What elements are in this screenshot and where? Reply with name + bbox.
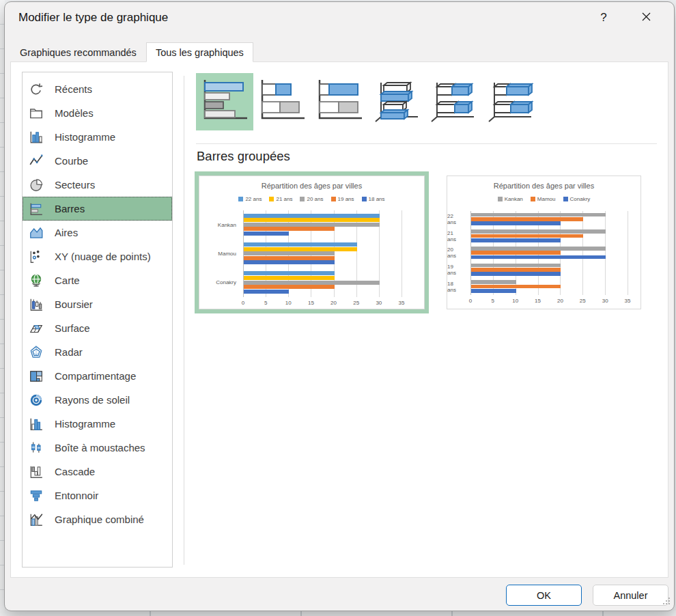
sidebar-item-area[interactable]: Aires: [23, 221, 172, 244]
combo-icon: [28, 512, 44, 528]
category-label: Conakry: [201, 268, 240, 297]
subtype-barres-empilees-100-3d-button[interactable]: [483, 73, 540, 130]
sidebar-item-waterfall[interactable]: Cascade: [23, 460, 172, 484]
bar: [471, 280, 516, 284]
ok-button[interactable]: OK: [506, 585, 582, 606]
x-tick-label: 25: [575, 298, 590, 304]
chart-card: Répartition des âges par villesKankanMam…: [447, 176, 640, 309]
bar: [244, 247, 357, 251]
sidebar-item-label: Entonnoir: [55, 490, 98, 501]
legend-label: Mamou: [537, 196, 556, 202]
legend-swatch: [362, 197, 367, 201]
bar: [244, 227, 335, 231]
sidebar-item-stock[interactable]: Boursier: [23, 292, 172, 316]
gridline: [628, 211, 628, 295]
sidebar-item-combo[interactable]: Graphique combiné: [23, 507, 172, 531]
sidebar-item-scatter[interactable]: XY (nuage de points): [23, 244, 172, 268]
subtype-barres-empilees-100-button[interactable]: [311, 73, 368, 130]
category-label: 20 ans: [447, 244, 468, 262]
bar: [244, 260, 335, 264]
legend-item: 19 ans: [331, 196, 354, 202]
sidebar-item-funnel[interactable]: Entonnoir: [23, 484, 172, 507]
chart-preview-alternate[interactable]: Répartition des âges par villesKankanMam…: [447, 176, 641, 309]
sidebar-item-boxwhisker[interactable]: Boîte à moustaches: [23, 436, 172, 460]
sidebar-item-column[interactable]: Histogramme: [23, 125, 172, 149]
treemap-icon: [28, 368, 44, 384]
sidebar-item-templates[interactable]: Modèles: [23, 101, 172, 125]
sidebar-item-line[interactable]: Courbe: [23, 149, 172, 173]
sidebar-item-label: Carte: [55, 275, 80, 286]
close-button[interactable]: [634, 8, 658, 28]
sidebar-item-radar[interactable]: Radar: [23, 340, 172, 364]
radar-icon: [28, 344, 44, 361]
bar-icon: [28, 201, 44, 217]
bar: [471, 221, 561, 225]
legend-item: Kankan: [498, 196, 523, 202]
sidebar-item-recent[interactable]: Récents: [23, 77, 172, 101]
legend-item: 18 ans: [362, 196, 385, 202]
category-label: Mamou: [201, 239, 240, 268]
sidebar-item-label: Modèles: [55, 107, 94, 119]
subtype-barres-empilees-button[interactable]: [253, 73, 311, 130]
x-tick-label: 20: [326, 300, 341, 306]
category-label: 21 ans: [447, 228, 468, 245]
x-tick-label: 30: [371, 300, 386, 306]
legend-label: 19 ans: [338, 196, 354, 202]
category-label: 19 ans: [447, 262, 468, 279]
subtype-barres-groupees-button[interactable]: [196, 73, 253, 130]
sidebar-item-label: Radar: [55, 346, 83, 358]
bar: [471, 255, 606, 260]
bar: [244, 232, 289, 236]
bar: [471, 285, 561, 289]
bar: [244, 256, 335, 260]
line-icon: [28, 153, 44, 169]
bar: [471, 213, 606, 217]
help-button[interactable]: ?: [592, 8, 615, 28]
horizontal-separator: [196, 143, 657, 144]
sidebar-item-surface[interactable]: Surface: [23, 316, 172, 340]
bar: [471, 234, 583, 238]
legend-swatch: [300, 197, 305, 201]
stock-icon: [28, 296, 44, 313]
waterfall-icon: [28, 464, 44, 480]
chart-legend: 22 ans21 ans20 ans19 ans18 ans: [199, 196, 424, 202]
cancel-button[interactable]: Annuler: [593, 585, 668, 606]
barres-empilees-100-icon: [314, 79, 365, 126]
sidebar-item-sunburst[interactable]: Rayons de soleil: [23, 388, 172, 412]
resize-grip-icon[interactable]: [662, 596, 671, 608]
barres-groupees-3d-icon: [371, 79, 422, 126]
x-tick-label: 10: [281, 300, 296, 306]
sidebar-item-histogram[interactable]: Histogramme: [23, 412, 172, 436]
x-tick-label: 5: [258, 300, 273, 306]
chart-preview-selected[interactable]: Répartition des âges par villes22 ans21 …: [195, 171, 429, 313]
legend-swatch: [269, 197, 274, 201]
sidebar-item-bar[interactable]: Barres: [23, 197, 172, 221]
vertical-divider: [184, 76, 184, 565]
x-tick-label: 15: [303, 300, 318, 306]
x-tick-label: 25: [349, 300, 364, 306]
chart-card: Répartition des âges par villes22 ans21 …: [199, 176, 425, 309]
tab-tous-les-graphiques[interactable]: Tous les graphiques: [146, 42, 253, 62]
legend-label: 18 ans: [369, 196, 385, 202]
sidebar-item-label: Histogramme: [55, 131, 115, 143]
bar: [244, 218, 380, 222]
legend-item: 22 ans: [238, 196, 262, 202]
tab-graphiques-recommandes[interactable]: Graphiques recommandés: [10, 42, 146, 62]
bar: [471, 247, 606, 251]
subtype-barres-empilees-3d-button[interactable]: [425, 73, 483, 130]
sidebar-item-pie[interactable]: Secteurs: [23, 173, 172, 197]
bar: [471, 268, 561, 272]
sidebar-item-label: Graphique combiné: [55, 514, 144, 525]
templates-icon: [28, 105, 44, 122]
close-icon: [642, 11, 651, 25]
dialog-content: RécentsModèlesHistogrammeCourbeSecteursB…: [10, 61, 668, 578]
x-tick-label: 10: [508, 298, 523, 304]
legend-label: Conakry: [570, 196, 591, 202]
bar: [244, 290, 289, 294]
sidebar-item-map[interactable]: Carte: [23, 268, 172, 292]
subtype-barres-groupees-3d-button[interactable]: [368, 73, 425, 130]
spreadsheet-edge-bottom: [0, 611, 676, 616]
sidebar-item-treemap[interactable]: Compartimentage: [23, 364, 172, 388]
scatter-icon: [28, 249, 44, 265]
sunburst-icon: [28, 392, 44, 408]
